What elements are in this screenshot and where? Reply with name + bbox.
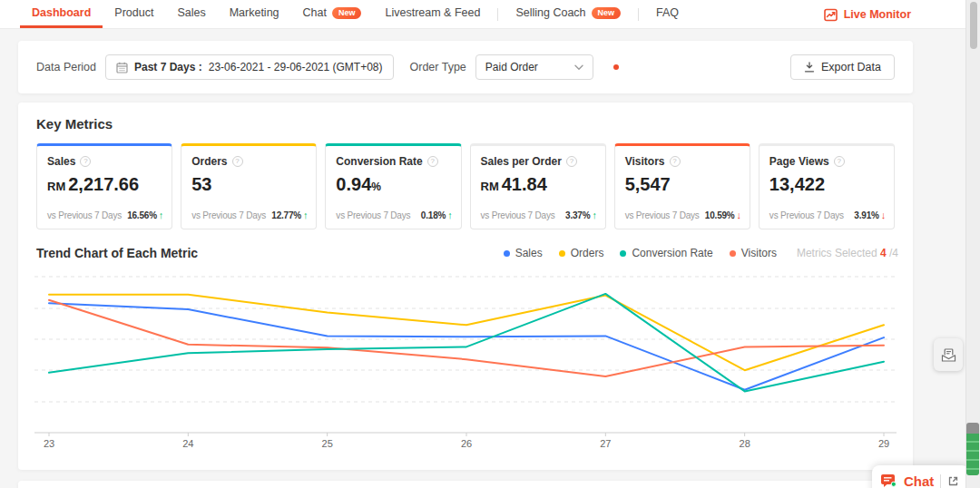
metric-footer: vs Previous 7 Days10.59%↓	[625, 210, 741, 220]
legend-label: Visitors	[741, 247, 777, 259]
export-data-button[interactable]: Export Data	[790, 54, 895, 80]
question-icon[interactable]: ?	[427, 156, 438, 167]
trend-line-chart: 23242526272829	[34, 268, 897, 456]
x-axis-label: 29	[878, 438, 889, 449]
value-number: 0.94	[336, 174, 371, 194]
data-period-label: Data Period	[36, 61, 96, 73]
metric-card-visitors[interactable]: Visitors?5,547vs Previous 7 Days10.59%↓	[614, 143, 750, 229]
change-value: 3.91%↓	[854, 210, 886, 220]
vs-previous-label: vs Previous 7 Days	[481, 210, 555, 220]
metric-value: 0.94%	[336, 174, 450, 195]
metric-footer: vs Previous 7 Days12.77%↑	[191, 210, 308, 220]
metric-card-head: Conversion Rate?	[336, 155, 450, 168]
question-icon[interactable]: ?	[232, 156, 243, 167]
question-icon[interactable]: ?	[670, 156, 681, 167]
tab-livestream-feed[interactable]: Livestream & Feed	[373, 0, 492, 28]
tab-chat[interactable]: ChatNew	[291, 0, 374, 28]
side-tag-body	[966, 434, 979, 475]
key-metrics-panel: Key Metrics Sales?RM2,217.66vs Previous …	[18, 102, 913, 470]
top-navigation: DashboardProductSalesMarketingChatNewLiv…	[0, 0, 980, 29]
side-tag-widget[interactable]	[966, 423, 979, 475]
vs-previous-label: vs Previous 7 Days	[769, 210, 844, 220]
vertical-scrollbar[interactable]	[965, 0, 980, 488]
date-range-picker[interactable]: Past 7 Days : 23-06-2021 - 29-06-2021 (G…	[105, 54, 394, 80]
metric-card-head: Visitors?	[625, 155, 740, 168]
metric-card-sales-per-order[interactable]: Sales per Order?RM41.84vs Previous 7 Day…	[470, 143, 606, 229]
tab-label: Livestream & Feed	[385, 6, 480, 19]
metric-card-sales[interactable]: Sales?RM2,217.66vs Previous 7 Days16.56%…	[36, 143, 172, 229]
value-suffix: %	[371, 181, 381, 193]
x-axis-label: 23	[44, 438, 54, 449]
metrics-selected-total: /4	[887, 247, 898, 259]
legend-label: Conversion Rate	[632, 247, 712, 259]
nav-tabs: DashboardProductSalesMarketingChatNewLiv…	[20, 0, 691, 28]
tab-sales[interactable]: Sales	[165, 0, 217, 28]
arrow-up-icon: ↑	[159, 210, 163, 220]
chat-bubble-icon	[880, 473, 897, 488]
filter-bar: Data Period Past 7 Days : 23-06-2021 - 2…	[18, 41, 913, 93]
download-icon	[804, 62, 815, 73]
tab-label: FAQ	[656, 6, 679, 19]
metric-label: Sales	[47, 155, 75, 168]
metric-value: 13,422	[769, 174, 884, 195]
value-number: 41.84	[502, 174, 547, 194]
key-metrics-title: Key Metrics	[36, 116, 113, 132]
mail-fab-button[interactable]	[934, 338, 963, 371]
legend-item-visitors[interactable]: Visitors	[730, 247, 777, 259]
live-monitor-button[interactable]: Live Monitor	[824, 0, 911, 29]
question-icon[interactable]: ?	[80, 156, 91, 167]
legend-dot	[730, 250, 736, 257]
metric-label: Orders	[191, 155, 227, 168]
tab-label: Sales	[177, 6, 205, 19]
nav-divider	[497, 8, 498, 21]
arrow-up-icon: ↑	[592, 210, 596, 220]
arrow-up-icon: ↑	[447, 210, 452, 220]
x-axis-label: 27	[600, 438, 611, 449]
metric-label: Visitors	[625, 155, 665, 168]
chat-widget[interactable]: Chat	[872, 465, 969, 488]
metric-card-conversion-rate[interactable]: Conversion Rate?0.94%vs Previous 7 Days0…	[325, 143, 461, 229]
scrollbar-thumb[interactable]	[970, 2, 977, 49]
tab-faq[interactable]: FAQ	[644, 0, 691, 28]
calendar-icon	[116, 62, 128, 73]
legend-item-conversion-rate[interactable]: Conversion Rate	[620, 247, 712, 259]
x-axis-label: 24	[182, 438, 193, 449]
metric-cards-row: Sales?RM2,217.66vs Previous 7 Days16.56%…	[36, 143, 895, 229]
question-icon[interactable]: ?	[834, 156, 845, 167]
currency-prefix: RM	[481, 180, 499, 193]
question-icon[interactable]: ?	[566, 156, 577, 167]
metric-footer: vs Previous 7 Days3.37%↑	[481, 210, 597, 220]
metrics-selected-label: Metrics Selected	[797, 247, 877, 259]
mail-icon	[940, 346, 957, 364]
expand-icon[interactable]	[947, 475, 959, 487]
next-section-panel	[18, 481, 913, 488]
change-value: 12.77%↑	[271, 210, 308, 220]
legend-item-orders[interactable]: Orders	[559, 247, 604, 259]
new-badge: New	[332, 7, 362, 19]
legend-item-sales[interactable]: Sales	[504, 247, 543, 259]
metric-value: RM41.84	[481, 174, 595, 195]
order-type-select[interactable]: Paid Order	[475, 54, 593, 80]
chart-legend: SalesOrdersConversion RateVisitors Metri…	[504, 247, 898, 259]
tab-marketing[interactable]: Marketing	[218, 0, 291, 28]
chevron-down-icon	[574, 64, 583, 71]
trend-chart[interactable]: 23242526272829	[34, 268, 897, 460]
vs-previous-label: vs Previous 7 Days	[336, 210, 410, 220]
tab-product[interactable]: Product	[103, 0, 165, 28]
chat-label: Chat	[904, 473, 934, 488]
metric-footer: vs Previous 7 Days0.18%↑	[336, 210, 452, 220]
x-axis-label: 28	[740, 438, 750, 449]
side-tag-cap	[966, 423, 979, 434]
vs-previous-label: vs Previous 7 Days	[47, 210, 122, 220]
metric-value: 5,547	[625, 174, 740, 195]
value-number: 53	[191, 174, 211, 194]
x-axis-label: 25	[322, 438, 333, 449]
tab-dashboard[interactable]: Dashboard	[20, 0, 103, 28]
legend-label: Sales	[515, 247, 543, 259]
metric-card-page-views[interactable]: Page Views?13,422vs Previous 7 Days3.91%…	[759, 143, 895, 229]
nav-divider	[638, 8, 639, 21]
trend-header: Trend Chart of Each Metric SalesOrdersCo…	[36, 246, 898, 260]
metric-card-orders[interactable]: Orders?53vs Previous 7 Days12.77%↑	[181, 143, 317, 229]
tab-selling-coach[interactable]: Selling CoachNew	[504, 0, 632, 28]
period-preset-label: Past 7 Days :	[134, 61, 202, 73]
